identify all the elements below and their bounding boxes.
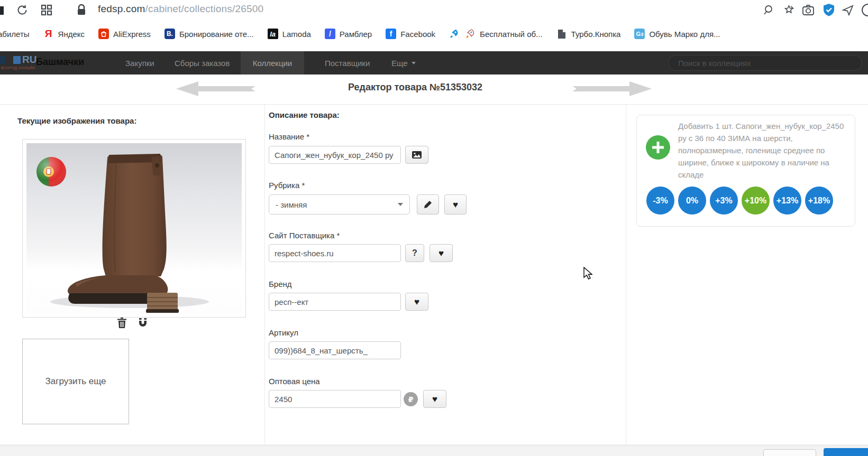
bookmark-aliexpress[interactable]: AliExpress bbox=[98, 29, 151, 39]
divider bbox=[0, 444, 868, 445]
images-heading: Текущие изображения товара: bbox=[17, 116, 136, 125]
field-label-brand: Бренд bbox=[269, 280, 292, 289]
delete-image-button[interactable] bbox=[117, 318, 126, 330]
heart-icon: ♥ bbox=[414, 297, 419, 306]
upload-more-button[interactable]: Загрузить еще bbox=[22, 339, 129, 424]
bookmark-turbo[interactable]: Турбо.Кнопка bbox=[556, 29, 621, 39]
bookmark-label: Обувь Марко для... bbox=[649, 30, 720, 39]
lock-icon bbox=[74, 3, 89, 17]
bookmark-label: Бронирование оте... bbox=[179, 30, 254, 39]
rambler-icon: / bbox=[325, 29, 335, 39]
bookmark-label: Lamoda bbox=[282, 30, 311, 39]
bookmark-yandex[interactable]: Я Яндекс bbox=[43, 29, 85, 39]
divider bbox=[264, 104, 265, 444]
profile-circle-icon[interactable] bbox=[860, 3, 868, 17]
sku-input[interactable] bbox=[269, 341, 401, 359]
mouse-cursor bbox=[583, 267, 595, 281]
rubric-edit-button[interactable] bbox=[417, 194, 439, 215]
heart-icon: ♥ bbox=[438, 249, 444, 258]
supplier-help-button[interactable]: ? bbox=[405, 244, 424, 262]
rubric-favorite-button[interactable]: ♥ bbox=[444, 194, 467, 215]
markup-0-button[interactable]: 0% bbox=[678, 187, 706, 215]
nav-item-postavshiki[interactable]: Поставщики bbox=[313, 51, 381, 75]
brand-input[interactable] bbox=[269, 293, 401, 311]
field-label-supplier-site: Сайт Поставщика * bbox=[269, 231, 340, 240]
bookmark-rambler[interactable]: / Рамблер bbox=[325, 29, 372, 39]
markup-plus13-button[interactable]: +13% bbox=[773, 187, 801, 215]
pencil-icon bbox=[424, 200, 432, 209]
product-image-card[interactable] bbox=[22, 139, 246, 318]
footer-secondary-button[interactable] bbox=[763, 449, 816, 456]
aliexpress-icon bbox=[98, 29, 109, 39]
markup-minus3-button[interactable]: -3% bbox=[646, 187, 674, 215]
boot-image bbox=[26, 143, 242, 313]
rubric-selected-value: - зимняя bbox=[276, 200, 307, 209]
name-input[interactable] bbox=[269, 146, 401, 164]
bookmark-edit-icon[interactable] bbox=[781, 3, 796, 17]
rubric-select[interactable]: - зимняя bbox=[269, 194, 410, 215]
bookmark-label: Рамблер bbox=[340, 30, 372, 39]
search-page-icon[interactable] bbox=[761, 3, 775, 17]
supplier-favorite-button[interactable]: ♥ bbox=[430, 244, 453, 262]
bookmark-obuv-marko[interactable]: Gз Обувь Марко для... bbox=[634, 29, 720, 39]
bookmark-free-course[interactable]: Бесплатный об... bbox=[465, 29, 543, 39]
nav-item-more[interactable]: Еще bbox=[380, 51, 427, 75]
product-editor-header: Редактор товара №51353032 bbox=[0, 75, 868, 104]
nav-item-sbory[interactable]: Сборы заказов bbox=[163, 51, 241, 75]
divider bbox=[0, 104, 868, 105]
bookmark-rocket-blue[interactable] bbox=[449, 29, 460, 39]
footer-primary-button[interactable] bbox=[824, 448, 868, 456]
supplier-site-input[interactable] bbox=[269, 244, 401, 262]
picture-icon bbox=[412, 151, 422, 159]
send-icon[interactable] bbox=[840, 3, 855, 17]
site-logo-icon bbox=[13, 56, 21, 64]
site-logo-icon[interactable] bbox=[0, 56, 5, 64]
field-label-wholesale-price: Оптовая цена bbox=[269, 377, 320, 386]
chevron-down-icon bbox=[398, 203, 403, 206]
bookmark-tickets[interactable]: абилеты bbox=[0, 30, 30, 39]
heart-icon: ♥ bbox=[432, 395, 437, 404]
wholesale-price-input[interactable] bbox=[269, 390, 401, 408]
bookmark-label: Турбо.Кнопка bbox=[571, 30, 621, 39]
markup-plus3-button[interactable]: +3% bbox=[710, 187, 738, 215]
rocket-blue-icon bbox=[449, 29, 460, 39]
heart-icon: ♥ bbox=[453, 200, 458, 209]
bookmark-label: Facebook bbox=[400, 30, 435, 39]
site-logo-text[interactable]: RU bbox=[22, 54, 36, 66]
bookmarks-bar: абилеты Я Яндекс AliExpress В. Бронирова… bbox=[0, 21, 868, 46]
site-navbar: RU ВГОРОД ОНЛАЙН Башмачки Закупки Сборы … bbox=[0, 51, 868, 75]
footer-bar bbox=[0, 445, 868, 456]
add-plus-button[interactable] bbox=[646, 135, 670, 160]
name-image-button[interactable] bbox=[405, 146, 428, 164]
rocket-color-icon bbox=[465, 29, 476, 39]
bookmark-booking[interactable]: В. Бронирование оте... bbox=[165, 29, 254, 39]
add-description: Добавить 1 шт. Сапоги_жен_нубук_кор_2450… bbox=[678, 120, 848, 181]
markup-plus10-button[interactable]: +10% bbox=[742, 187, 770, 215]
screenshot-camera-icon[interactable] bbox=[801, 3, 816, 17]
document-icon bbox=[556, 29, 567, 39]
collections-search-input[interactable] bbox=[668, 55, 862, 71]
markup-percent-row: -3% 0% +3% +10% +13% +18% bbox=[646, 187, 833, 215]
ruble-icon: ₽ bbox=[404, 392, 418, 406]
nav-item-zakupki[interactable]: Закупки bbox=[114, 51, 166, 75]
bookmark-label: AliExpress bbox=[113, 30, 151, 39]
protect-shield-icon[interactable] bbox=[821, 3, 836, 17]
product-photo bbox=[26, 143, 242, 313]
bookmark-lamoda[interactable]: la Lamoda bbox=[268, 29, 311, 39]
nav-item-kollekcii[interactable]: Коллекции bbox=[241, 51, 304, 75]
reload-icon[interactable] bbox=[15, 3, 30, 17]
yandex-icon: Я bbox=[43, 29, 54, 39]
back-icon[interactable] bbox=[0, 6, 4, 15]
bookmark-facebook[interactable]: f Facebook bbox=[386, 29, 435, 39]
price-favorite-button[interactable]: ♥ bbox=[423, 390, 446, 408]
add-to-stock-card: Добавить 1 шт. Сапоги_жен_нубук_кор_2450… bbox=[636, 115, 855, 227]
brand-favorite-button[interactable]: ♥ bbox=[405, 293, 428, 311]
cabinet-name[interactable]: Башмачки bbox=[36, 57, 84, 68]
tabs-grid-icon[interactable] bbox=[39, 3, 54, 17]
markup-plus18-button[interactable]: +18% bbox=[805, 187, 833, 215]
field-label-rubric: Рубрика * bbox=[269, 181, 305, 190]
address-bar[interactable]: fedsp.com/cabinet/collections/26500 bbox=[98, 3, 263, 15]
field-label-name: Название * bbox=[269, 132, 309, 141]
next-product-arrow-icon[interactable] bbox=[572, 81, 652, 96]
magnet-image-button[interactable] bbox=[138, 318, 148, 330]
